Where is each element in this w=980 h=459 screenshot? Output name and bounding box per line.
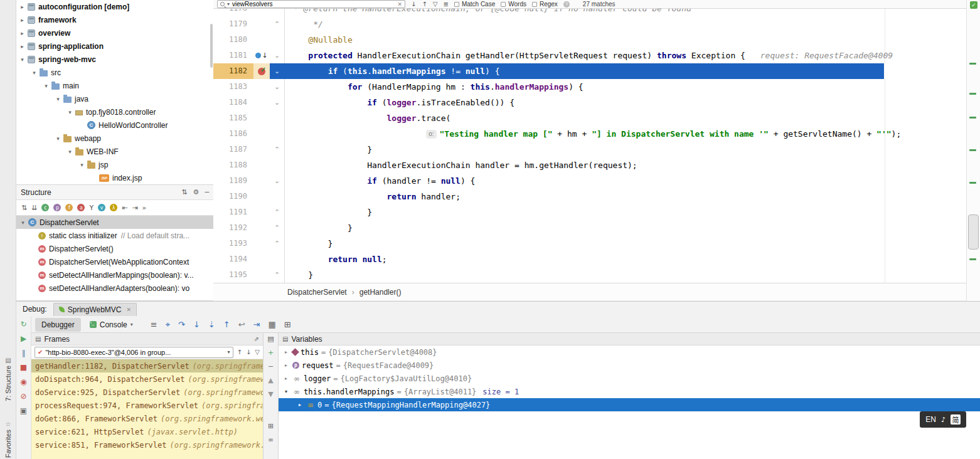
code-line-1192[interactable]: 1192⌃ } bbox=[213, 220, 966, 236]
collapse-all-icon[interactable]: ⇥ bbox=[132, 204, 137, 212]
tree-item-top-fjy8018-controller[interactable]: ▾top.fjy8018.controller bbox=[16, 105, 213, 119]
frame-previous-icon[interactable]: ↑ bbox=[237, 349, 242, 356]
chevron-down-icon[interactable]: ▾ bbox=[54, 135, 62, 142]
debug-session-tab[interactable]: SpringWebMVC ✕ bbox=[53, 303, 137, 316]
scroll-down-icon[interactable]: ▼ bbox=[268, 390, 273, 398]
show-watches-icon[interactable]: ⊞ bbox=[268, 422, 274, 430]
tree-item-index-jsp[interactable]: JSPindex.jsp bbox=[16, 171, 213, 184]
stack-frame-processrequest-974[interactable]: processRequest:974, FrameworkServlet(org… bbox=[31, 399, 263, 412]
chevron-right-icon[interactable]: ▸ bbox=[282, 349, 290, 355]
fold-marker-icon[interactable]: ⌄ bbox=[270, 63, 285, 79]
code-line-1184[interactable]: 1184⌄ if (logger.isTraceEnabled()) { bbox=[213, 95, 966, 110]
regex-help-icon[interactable]: ? bbox=[563, 1, 570, 8]
code-line-1185[interactable]: 1185 logger.trace( bbox=[213, 110, 966, 126]
tree-item-helloworldcontroller[interactable]: CHelloWorldController bbox=[16, 119, 213, 132]
chevron-right-icon[interactable]: ▸ bbox=[282, 376, 290, 381]
resume-icon[interactable]: ▶ bbox=[21, 334, 26, 343]
frame-next-icon[interactable]: ↓ bbox=[246, 349, 251, 356]
code-line-1188[interactable]: 1188 HandlerExecutionChain handler = hm.… bbox=[213, 157, 966, 173]
variable-row-this-handlermappings[interactable]: ▾∞this.handlerMappings={ArrayList@4011}s… bbox=[279, 385, 980, 398]
evaluate-icon[interactable]: ∞ bbox=[268, 436, 274, 444]
structure-item-dispatcherservlet[interactable]: mDispatcherServlet() bbox=[16, 242, 213, 255]
scroll-up-icon[interactable]: ▲ bbox=[268, 376, 273, 384]
structure-item-dispatcherservlet-webapplicationcontext[interactable]: mDispatcherServlet(WebApplicationContext bbox=[16, 255, 213, 268]
match-case-checkbox[interactable]: Match Case bbox=[454, 1, 495, 8]
layout-icon[interactable]: ▤ bbox=[267, 335, 274, 343]
chevron-down-icon[interactable]: ▾ bbox=[18, 56, 26, 63]
code-line-1183[interactable]: 1183⌄ for (HandlerMapping hm : this.hand… bbox=[213, 79, 966, 95]
chevron-down-icon[interactable]: ▾ bbox=[42, 83, 50, 89]
expand-all-icon[interactable]: ⇤ bbox=[122, 204, 127, 212]
breadcrumb-class[interactable]: DispatcherServlet bbox=[287, 288, 347, 297]
sort-alphabetically-icon[interactable]: ⇅ bbox=[21, 204, 27, 212]
structure-item-static-class-initializer[interactable]: istatic class initializer// Load default… bbox=[16, 229, 213, 242]
show-execution-point-icon[interactable]: ⌖ bbox=[166, 320, 170, 330]
tab-debugger[interactable]: Debugger bbox=[35, 318, 81, 332]
stack-frame-doservice-925[interactable]: doService:925, DispatcherServlet(org.spr… bbox=[31, 386, 263, 399]
stack-frame-doget-866[interactable]: doGet:866, FrameworkServlet(org.springfr… bbox=[31, 412, 263, 425]
code-line-1178[interactable]: 1178 * @return the HandlerExecutionChain… bbox=[213, 9, 966, 16]
pin-icon[interactable]: ⇗ bbox=[254, 335, 259, 342]
layout-settings-icon[interactable]: ⊞ bbox=[284, 320, 291, 330]
show-inherited-icon[interactable]: Y bbox=[89, 204, 93, 212]
tree-item-jsp[interactable]: ▾jsp bbox=[16, 158, 213, 171]
toolwindow-tab-structure[interactable]: ▤ 7: Structure bbox=[0, 357, 16, 401]
clear-search-icon[interactable]: ✕ bbox=[397, 1, 402, 8]
previous-occurrence-icon[interactable]: ↑ bbox=[422, 1, 427, 8]
thread-filter-icon[interactable]: ▽ bbox=[255, 349, 260, 356]
close-tab-icon[interactable]: ✕ bbox=[127, 307, 132, 313]
fold-marker-icon[interactable]: ⌃ bbox=[270, 142, 285, 157]
words-checkbox[interactable]: Words bbox=[501, 1, 526, 8]
tree-item-main[interactable]: ▾main bbox=[16, 79, 213, 92]
settings-gear-icon[interactable]: ⚙ bbox=[193, 188, 200, 196]
chevron-down-icon[interactable]: ▾ bbox=[66, 109, 74, 115]
chevron-down-icon[interactable]: ▾ bbox=[19, 219, 27, 226]
show-properties-icon[interactable]: p bbox=[53, 204, 61, 211]
code-line-1187[interactable]: 1187⌃ } bbox=[213, 142, 966, 157]
variable-row-request[interactable]: ▸prequest={RequestFacade@4009} bbox=[279, 359, 980, 372]
fold-marker-icon[interactable]: ⌄ bbox=[270, 79, 285, 95]
search-input[interactable]: ▾ viewResolvers ✕ bbox=[217, 0, 405, 8]
fold-marker-icon[interactable]: ⌄ bbox=[270, 95, 285, 110]
pause-icon[interactable]: ∥ bbox=[22, 349, 26, 357]
stack-frame-service-851[interactable]: service:851, FrameworkServlet(org.spring… bbox=[31, 438, 263, 451]
mute-breakpoints-icon[interactable]: ⊘ bbox=[20, 392, 26, 401]
filter-structure-icon[interactable]: ⇅ bbox=[181, 188, 187, 196]
fold-marker-icon[interactable]: ⌃ bbox=[270, 204, 285, 220]
stack-frame-service-621[interactable]: service:621, HttpServlet(javax.servlet.h… bbox=[31, 425, 263, 438]
code-line-1186[interactable]: 1186 o:"Testing handler map [" + hm + "]… bbox=[213, 126, 966, 142]
fold-marker-icon[interactable]: ⌃ bbox=[270, 267, 285, 283]
code-line-1191[interactable]: 1191⌃ } bbox=[213, 204, 966, 220]
fold-marker-icon[interactable]: ⌄ bbox=[270, 173, 285, 189]
variable-row-logger[interactable]: ▸∞logger={LogFactory$JavaUtilLog@4010} bbox=[279, 372, 980, 385]
drop-frame-icon[interactable]: ↩ bbox=[238, 320, 245, 330]
breakpoint-icon[interactable] bbox=[258, 68, 265, 75]
step-over-icon[interactable]: ↷ bbox=[178, 320, 185, 330]
regex-checkbox[interactable]: Regex bbox=[532, 1, 558, 8]
code-line-1193[interactable]: 1193⌃ } bbox=[213, 236, 966, 251]
code-line-1195[interactable]: 1195⌃ } bbox=[213, 267, 966, 283]
variable-row-this[interactable]: ▸this={DispatcherServlet@4008} bbox=[279, 346, 980, 359]
evaluate-expression-icon[interactable]: ▦ bbox=[268, 320, 275, 330]
force-step-into-icon[interactable]: ⇣ bbox=[208, 320, 215, 330]
chevron-right-icon[interactable]: ▸ bbox=[18, 43, 26, 50]
code-line-1189[interactable]: 1189⌄ if (handler != null) { bbox=[213, 173, 966, 189]
code-line-1194[interactable]: 1194 return null; bbox=[213, 251, 966, 267]
editor-error-stripe[interactable]: ✓ bbox=[966, 0, 980, 301]
tree-item-framework[interactable]: ▸framework bbox=[16, 13, 213, 26]
chevron-down-icon[interactable]: ▾ bbox=[54, 96, 62, 102]
show-classes-icon[interactable]: c bbox=[41, 204, 49, 211]
code-line-1190[interactable]: 1190 return handler; bbox=[213, 189, 966, 204]
inspections-status-icon[interactable]: ✓ bbox=[970, 1, 977, 9]
code-line-1182[interactable]: 1182⌄ if (this.handlerMappings != null) … bbox=[213, 63, 966, 79]
show-anonymous-icon[interactable]: v bbox=[98, 204, 105, 211]
more-options-icon[interactable]: » bbox=[142, 204, 147, 212]
search-options-icon[interactable]: ≣ bbox=[443, 1, 448, 8]
step-out-icon[interactable]: ↑ bbox=[223, 320, 230, 330]
hide-panel-icon[interactable]: ─ bbox=[205, 188, 209, 196]
show-non-public-icon[interactable]: a bbox=[77, 204, 85, 211]
sort-by-visibility-icon[interactable]: ⇊ bbox=[31, 204, 37, 212]
chevron-down-icon[interactable]: ▾ bbox=[78, 162, 86, 168]
fold-marker-icon[interactable]: ⌃ bbox=[270, 236, 285, 251]
chevron-down-icon[interactable]: ▾ bbox=[282, 389, 290, 394]
